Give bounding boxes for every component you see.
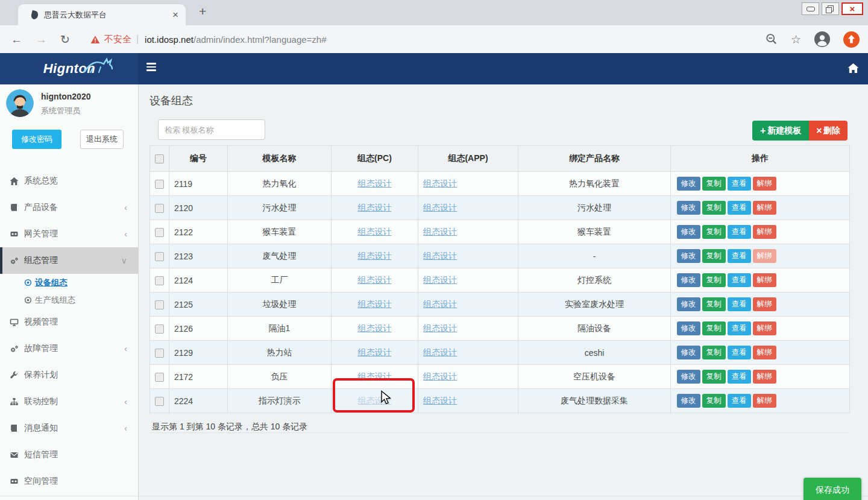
security-status[interactable]: 不安全 (90, 34, 131, 45)
copy-button[interactable]: 复制 (702, 346, 726, 359)
profile-avatar-icon[interactable] (814, 31, 830, 47)
copy-button[interactable]: 复制 (702, 394, 726, 408)
pc-design-link[interactable]: 组态设计 (358, 203, 392, 212)
pc-design-link[interactable]: 组态设计 (358, 275, 392, 285)
copy-button[interactable]: 复制 (702, 321, 726, 335)
copy-button[interactable]: 复制 (702, 297, 726, 311)
search-input[interactable] (158, 119, 265, 140)
edit-button[interactable]: 修改 (677, 273, 700, 287)
unbind-button[interactable]: 解绑 (753, 225, 776, 239)
sidebar-subitem-3-0[interactable]: 设备组态 (0, 274, 138, 291)
app-design-link[interactable]: 组态设计 (423, 299, 457, 309)
row-checkbox[interactable] (155, 252, 164, 261)
app-design-link[interactable]: 组态设计 (423, 372, 457, 381)
zoom-out-icon[interactable] (766, 33, 778, 45)
unbind-button[interactable]: 解绑 (753, 201, 776, 215)
view-button[interactable]: 查看 (728, 273, 751, 287)
copy-button[interactable]: 复制 (702, 249, 726, 263)
edit-button[interactable]: 修改 (677, 370, 700, 384)
sidebar-item-4[interactable]: 视频管理 (0, 309, 138, 335)
sidebar-subitem-3-1[interactable]: 生产线组态 (0, 291, 138, 309)
unbind-button[interactable]: 解绑 (753, 321, 776, 335)
browser-update-icon[interactable] (843, 31, 860, 48)
edit-button[interactable]: 修改 (677, 177, 700, 191)
app-design-link[interactable]: 组态设计 (423, 347, 457, 357)
sidebar-item-2[interactable]: 网关管理‹ (0, 221, 138, 247)
copy-button[interactable]: 复制 (702, 177, 726, 191)
pc-design-link[interactable]: 组态设计 (358, 323, 392, 333)
window-minimize-button[interactable] (802, 2, 819, 15)
url-host[interactable]: iot.idosp.net (145, 34, 193, 45)
pc-design-link[interactable]: 组态设计 (358, 372, 392, 381)
sidebar-item-1[interactable]: 产品设备‹ (0, 194, 138, 221)
view-button[interactable]: 查看 (728, 346, 751, 359)
sidebar-item-5[interactable]: 故障管理‹ (0, 335, 138, 362)
sidebar-item-7[interactable]: 联动控制‹ (0, 388, 138, 415)
window-close-button[interactable]: × (841, 2, 863, 15)
reload-icon[interactable]: ↻ (60, 34, 70, 45)
pc-design-link[interactable]: 组态设计 (358, 179, 392, 188)
url-path[interactable]: /admin/index.html?language=zh# (193, 34, 327, 45)
edit-button[interactable]: 修改 (677, 394, 700, 408)
edit-button[interactable]: 修改 (677, 249, 700, 263)
app-design-link[interactable]: 组态设计 (423, 323, 457, 333)
unbind-button[interactable]: 解绑 (753, 394, 776, 408)
view-button[interactable]: 查看 (728, 394, 751, 408)
row-checkbox[interactable] (155, 373, 164, 382)
logout-button[interactable]: 退出系统 (80, 130, 124, 149)
row-checkbox[interactable] (155, 204, 164, 213)
app-design-link[interactable]: 组态设计 (423, 227, 457, 236)
unbind-button[interactable]: 解绑 (753, 346, 776, 359)
view-button[interactable]: 查看 (728, 321, 751, 335)
delete-button[interactable]: ×删除 (809, 121, 847, 141)
forward-icon[interactable]: → (36, 34, 47, 45)
pc-design-link[interactable]: 组态设计 (358, 347, 392, 357)
unbind-button[interactable]: 解绑 (753, 297, 776, 311)
sidebar-item-9[interactable]: 短信管理 (0, 441, 138, 468)
home-icon[interactable] (848, 63, 859, 74)
unbind-button[interactable]: 解绑 (753, 177, 776, 191)
app-design-link[interactable]: 组态设计 (423, 203, 457, 212)
unbind-button[interactable]: 解绑 (753, 249, 776, 263)
copy-button[interactable]: 复制 (702, 273, 726, 287)
view-button[interactable]: 查看 (728, 297, 751, 311)
window-restore-button[interactable] (822, 2, 839, 15)
sidebar-item-0[interactable]: 系统总览 (0, 168, 138, 194)
view-button[interactable]: 查看 (728, 201, 751, 215)
view-button[interactable]: 查看 (728, 177, 751, 191)
row-checkbox[interactable] (155, 228, 164, 237)
view-button[interactable]: 查看 (728, 249, 751, 263)
pc-design-link[interactable]: 组态设计 (358, 227, 392, 236)
row-checkbox[interactable] (155, 397, 164, 406)
app-design-link[interactable]: 组态设计 (423, 396, 457, 405)
sidebar-item-10[interactable]: 空间管理 (0, 468, 138, 495)
pc-design-link[interactable]: 组态设计 (358, 299, 392, 309)
pc-design-link[interactable]: 组态设计 (358, 396, 392, 405)
edit-button[interactable]: 修改 (677, 225, 700, 239)
row-checkbox[interactable] (155, 324, 164, 334)
sidebar-item-6[interactable]: 保养计划 (0, 362, 138, 388)
change-password-button[interactable]: 修改密码 (12, 130, 61, 149)
app-design-link[interactable]: 组态设计 (423, 251, 457, 261)
menu-toggle-hamburger-icon[interactable] (146, 63, 156, 73)
unbind-button[interactable]: 解绑 (753, 370, 776, 384)
row-checkbox[interactable] (155, 276, 164, 285)
pc-design-link[interactable]: 组态设计 (358, 251, 392, 261)
sidebar-item-3[interactable]: 组态管理∨ (0, 247, 138, 274)
back-icon[interactable]: ← (11, 34, 22, 45)
row-checkbox[interactable] (155, 300, 164, 309)
unbind-button[interactable]: 解绑 (753, 273, 776, 287)
edit-button[interactable]: 修改 (677, 297, 700, 311)
edit-button[interactable]: 修改 (677, 201, 700, 215)
copy-button[interactable]: 复制 (702, 370, 726, 384)
edit-button[interactable]: 修改 (677, 321, 700, 335)
edit-button[interactable]: 修改 (677, 346, 700, 359)
browser-tab[interactable]: 思普云大数据平台 × (18, 4, 186, 25)
select-all-checkbox[interactable] (155, 154, 164, 163)
copy-button[interactable]: 复制 (702, 225, 726, 239)
view-button[interactable]: 查看 (728, 370, 751, 384)
app-design-link[interactable]: 组态设计 (423, 275, 457, 285)
row-checkbox[interactable] (155, 349, 164, 358)
copy-button[interactable]: 复制 (702, 201, 726, 215)
row-checkbox[interactable] (155, 180, 164, 189)
